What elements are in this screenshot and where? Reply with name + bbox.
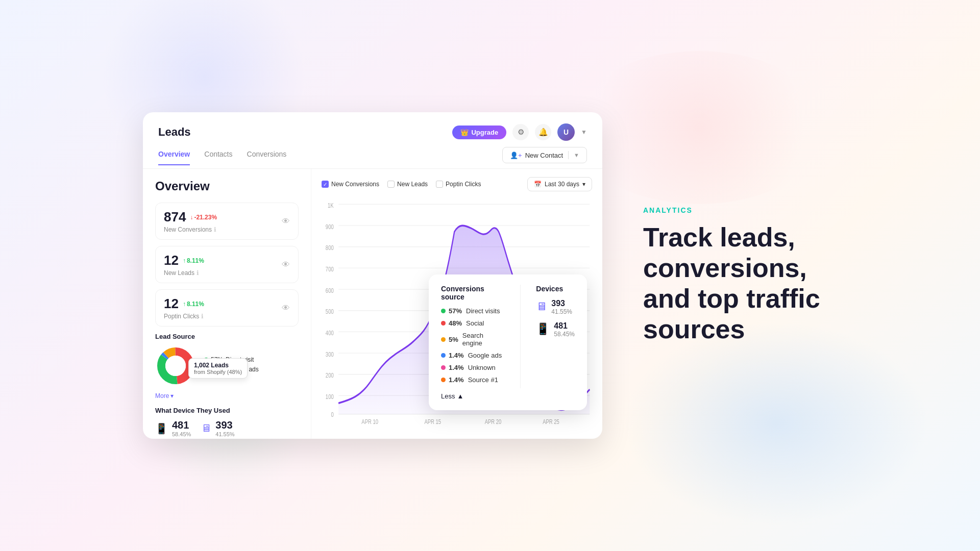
dashboard-card: Leads 👑 Upgrade ⚙ 🔔 U ▼ Overview Contact…	[143, 112, 602, 439]
settings-icon-button[interactable]: ⚙	[512, 124, 529, 140]
popup-pct-direct: 57%	[449, 307, 462, 315]
x-label-apr20: APR 20	[485, 417, 502, 425]
tooltip-count: 1,002 Leads	[194, 362, 242, 369]
nav-tabs: Overview Contacts Conversions 👤+ New Con…	[143, 141, 602, 169]
popup-device-desktop: 🖥 393 41.55%	[536, 299, 575, 315]
desktop-pct: 41.55%	[215, 431, 234, 437]
device-mobile: 📱 481 58.45%	[155, 419, 191, 437]
popup-pct-search: 5%	[449, 336, 458, 343]
x-label-apr15: APR 15	[424, 417, 441, 425]
popup-label-unknown: Unknown	[468, 364, 496, 371]
y-label-500: 500	[326, 308, 334, 315]
x-label-apr25: APR 25	[543, 417, 559, 425]
legend-conversions-label: New Conversions	[331, 181, 379, 188]
less-button[interactable]: Less ▲	[441, 392, 575, 400]
analytics-label: ANALYTICS	[643, 206, 837, 214]
chart-legend: ✓ New Conversions New Leads Poptin Click…	[322, 181, 481, 188]
popup-pct-unknown: 1.4%	[449, 364, 464, 371]
analytics-headline: Track leads, conversions, and top traffi…	[643, 222, 837, 344]
eye-icon-clicks[interactable]: 👁	[282, 304, 290, 313]
upgrade-button[interactable]: 👑 Upgrade	[452, 126, 506, 139]
popup-source-search: 5% Search engine	[441, 332, 505, 347]
chevron-up-icon: ▲	[457, 392, 463, 400]
new-contact-label: New Contact	[525, 152, 563, 159]
notifications-icon-button[interactable]: 🔔	[535, 124, 551, 140]
leads-badge-value: 8.11%	[187, 257, 204, 264]
sidebar: Overview 874 ↓ -21.23% New Conversions	[143, 169, 311, 439]
popup-divider	[520, 285, 521, 388]
mobile-icon: 📱	[155, 422, 168, 435]
popup-desktop-num: 393	[551, 299, 572, 308]
popup-pct-social: 48%	[449, 319, 462, 327]
y-label-0: 0	[331, 410, 333, 418]
metric-card-leads: 12 ↑ 8.11% New Leads ℹ 👁	[155, 246, 299, 283]
y-label-400: 400	[326, 329, 334, 336]
x-label-apr10: APR 10	[361, 417, 378, 425]
popup-devices-section: Devices 🖥 393 41.55% 📱	[536, 285, 575, 388]
tab-contacts[interactable]: Contacts	[204, 150, 232, 165]
new-contact-button[interactable]: 👤+ New Contact ▼	[502, 147, 587, 163]
page-title: Leads	[158, 126, 191, 139]
legend-leads-label: New Leads	[397, 181, 428, 188]
svg-point-4	[165, 356, 186, 376]
tab-overview[interactable]: Overview	[158, 150, 190, 165]
popup-dot-direct	[441, 309, 446, 313]
leads-label: New Leads ℹ	[164, 269, 204, 277]
popup-pct-google: 1.4%	[449, 352, 464, 359]
device-section: What Device They Used 📱 481 58.45% 🖥	[155, 407, 299, 437]
tab-conversions[interactable]: Conversions	[247, 150, 287, 165]
checkbox-poptin[interactable]	[436, 181, 443, 188]
chart-controls: ✓ New Conversions New Leads Poptin Click…	[322, 177, 592, 191]
device-title: What Device They Used	[155, 407, 299, 414]
button-divider	[568, 151, 569, 159]
eye-icon-leads[interactable]: 👁	[282, 260, 290, 269]
tooltip-sub: from Shopify (48%)	[194, 369, 242, 375]
clicks-badge: ↑ 8.11%	[183, 300, 204, 308]
metric-left-conversions: 874 ↓ -21.23% New Conversions ℹ	[164, 209, 217, 233]
device-desktop-stats: 393 41.55%	[215, 419, 234, 437]
conversions-label: New Conversions ℹ	[164, 226, 217, 233]
popup-dot-search	[441, 337, 446, 342]
conversions-popup: Conversions source 57% Direct visits 48%	[429, 274, 587, 410]
avatar[interactable]: U	[557, 123, 575, 141]
popup-conversions-title: Conversions source	[441, 285, 505, 301]
y-label-100: 100	[326, 392, 334, 400]
metric-left-leads: 12 ↑ 8.11% New Leads ℹ	[164, 253, 204, 277]
popup-mobile-num: 481	[554, 321, 575, 331]
desktop-icon: 🖥	[201, 422, 211, 434]
checkbox-leads[interactable]	[387, 181, 395, 188]
popup-source-direct: 57% Direct visits	[441, 307, 505, 315]
legend-check-leads[interactable]: New Leads	[387, 181, 428, 188]
checkbox-conversions[interactable]: ✓	[322, 181, 329, 188]
popup-dot-source1	[441, 378, 446, 382]
more-button[interactable]: More ▾	[155, 392, 299, 399]
page-container: Leads 👑 Upgrade ⚙ 🔔 U ▼ Overview Contact…	[143, 112, 837, 439]
tabs-left: Overview Contacts Conversions	[158, 150, 286, 165]
metric-number-conversions: 874 ↓ -21.23%	[164, 209, 217, 225]
legend-check-poptin[interactable]: Poptin Clicks	[436, 181, 481, 188]
chart-svg-container: 1K 900 800 700 600 500 400 300 200 100 0	[322, 197, 592, 431]
main-content: Overview 874 ↓ -21.23% New Conversions	[143, 169, 602, 439]
avatar-chevron-icon[interactable]: ▼	[581, 129, 587, 136]
more-label: More	[155, 392, 169, 399]
arrow-up-icon-clicks: ↑	[183, 300, 186, 308]
info-icon-leads: ℹ	[197, 269, 199, 277]
popup-source-unknown: 1.4% Unknown	[441, 364, 505, 371]
clicks-badge-value: 8.11%	[187, 300, 204, 308]
y-label-1k: 1K	[328, 201, 334, 209]
metric-left-clicks: 12 ↑ 8.11% Poptin Clicks ℹ	[164, 296, 204, 320]
date-picker[interactable]: 📅 Last 30 days ▾	[527, 177, 592, 191]
legend-poptin-label: Poptin Clicks	[446, 181, 481, 188]
eye-icon-conversions[interactable]: 👁	[282, 217, 290, 226]
clicks-label-text: Poptin Clicks	[164, 313, 199, 320]
popup-device-mobile: 📱 481 58.45%	[536, 321, 575, 338]
y-label-700: 700	[326, 265, 334, 272]
metric-number-clicks: 12 ↑ 8.11%	[164, 296, 204, 312]
legend-check-conversions[interactable]: ✓ New Conversions	[322, 181, 379, 188]
conversions-badge: ↓ -21.23%	[190, 214, 217, 221]
calendar-icon: 📅	[534, 181, 542, 188]
info-icon-clicks: ℹ	[201, 313, 204, 320]
popup-dot-social	[441, 321, 446, 325]
y-label-800: 800	[326, 244, 334, 252]
conversions-label-text: New Conversions	[164, 226, 212, 233]
